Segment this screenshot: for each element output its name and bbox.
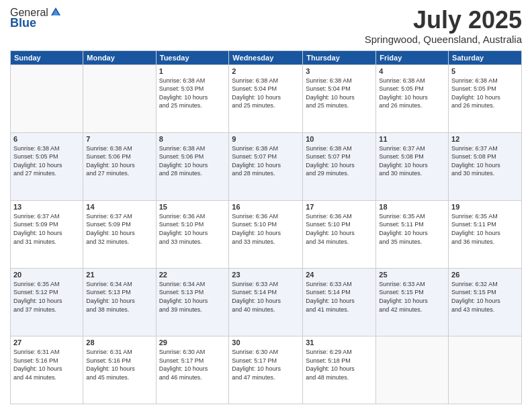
day-number: 23 [232,271,300,279]
day-number: 6 [13,135,80,143]
day-info: Sunrise: 6:32 AM Sunset: 5:15 PM Dayligh… [451,280,519,314]
day-number: 8 [159,135,226,143]
table-row: 17Sunrise: 6:36 AM Sunset: 5:10 PM Dayli… [303,200,376,268]
day-number: 18 [379,203,445,211]
day-number: 5 [451,67,519,75]
table-row: 18Sunrise: 6:35 AM Sunset: 5:11 PM Dayli… [376,200,449,268]
day-number: 24 [306,271,373,279]
table-row: 4Sunrise: 6:38 AM Sunset: 5:05 PM Daylig… [376,64,449,132]
table-row: 3Sunrise: 6:38 AM Sunset: 5:04 PM Daylig… [303,64,376,132]
day-number: 1 [159,67,226,75]
day-info: Sunrise: 6:29 AM Sunset: 5:18 PM Dayligh… [306,348,373,381]
day-info: Sunrise: 6:35 AM Sunset: 5:11 PM Dayligh… [451,212,519,246]
day-info: Sunrise: 6:35 AM Sunset: 5:11 PM Dayligh… [379,212,445,246]
table-row: 15Sunrise: 6:36 AM Sunset: 5:10 PM Dayli… [156,200,229,268]
day-info: Sunrise: 6:34 AM Sunset: 5:13 PM Dayligh… [86,280,152,314]
table-row [83,64,156,132]
day-info: Sunrise: 6:34 AM Sunset: 5:13 PM Dayligh… [159,280,226,314]
table-row: 12Sunrise: 6:37 AM Sunset: 5:08 PM Dayli… [449,132,522,200]
month-title: July 2025 [365,7,522,34]
table-row: 2Sunrise: 6:38 AM Sunset: 5:04 PM Daylig… [229,64,303,132]
calendar-week-row: 6Sunrise: 6:38 AM Sunset: 5:05 PM Daylig… [11,132,522,200]
day-info: Sunrise: 6:31 AM Sunset: 5:16 PM Dayligh… [86,348,152,381]
day-number: 30 [232,338,300,347]
day-number: 22 [159,271,226,279]
table-row: 23Sunrise: 6:33 AM Sunset: 5:14 PM Dayli… [229,268,303,336]
table-row [376,336,449,404]
day-info: Sunrise: 6:38 AM Sunset: 5:05 PM Dayligh… [13,144,80,178]
day-info: Sunrise: 6:37 AM Sunset: 5:09 PM Dayligh… [13,212,80,246]
col-saturday: Saturday [449,50,522,64]
calendar-week-row: 1Sunrise: 6:38 AM Sunset: 5:03 PM Daylig… [11,64,522,132]
col-wednesday: Wednesday [229,50,303,64]
page: General Blue July 2025 Springwood, Queen… [0,0,532,411]
title-block: July 2025 Springwood, Queensland, Austra… [365,7,522,45]
day-info: Sunrise: 6:38 AM Sunset: 5:03 PM Dayligh… [159,77,226,110]
day-number: 31 [306,338,373,347]
day-number: 2 [232,67,300,75]
day-number: 4 [379,67,445,75]
day-number: 20 [13,271,80,279]
table-row: 30Sunrise: 6:30 AM Sunset: 5:17 PM Dayli… [229,336,303,404]
day-number: 19 [451,203,519,211]
day-number: 14 [86,203,152,211]
day-info: Sunrise: 6:31 AM Sunset: 5:16 PM Dayligh… [13,348,80,381]
table-row: 7Sunrise: 6:38 AM Sunset: 5:06 PM Daylig… [83,132,156,200]
day-info: Sunrise: 6:35 AM Sunset: 5:12 PM Dayligh… [13,280,80,314]
day-info: Sunrise: 6:38 AM Sunset: 5:05 PM Dayligh… [379,77,445,110]
day-number: 27 [13,338,80,347]
day-number: 12 [451,135,519,143]
day-info: Sunrise: 6:38 AM Sunset: 5:06 PM Dayligh… [86,144,152,178]
logo: General Blue [10,7,62,30]
day-number: 16 [232,203,300,211]
table-row [11,64,83,132]
calendar-header-row: Sunday Monday Tuesday Wednesday Thursday… [11,50,522,64]
table-row: 20Sunrise: 6:35 AM Sunset: 5:12 PM Dayli… [11,268,83,336]
day-number: 21 [86,271,152,279]
table-row: 25Sunrise: 6:33 AM Sunset: 5:15 PM Dayli… [376,268,449,336]
location-title: Springwood, Queensland, Australia [365,34,522,45]
table-row: 19Sunrise: 6:35 AM Sunset: 5:11 PM Dayli… [449,200,522,268]
logo-icon [50,6,62,18]
day-number: 9 [232,135,300,143]
day-info: Sunrise: 6:36 AM Sunset: 5:10 PM Dayligh… [232,212,300,246]
logo-blue-text: Blue [10,16,36,30]
col-tuesday: Tuesday [156,50,229,64]
header: General Blue July 2025 Springwood, Queen… [10,7,522,45]
table-row: 29Sunrise: 6:30 AM Sunset: 5:17 PM Dayli… [156,336,229,404]
day-info: Sunrise: 6:33 AM Sunset: 5:14 PM Dayligh… [232,280,300,314]
table-row: 6Sunrise: 6:38 AM Sunset: 5:05 PM Daylig… [11,132,83,200]
day-number: 15 [159,203,226,211]
day-number: 26 [451,271,519,279]
table-row: 13Sunrise: 6:37 AM Sunset: 5:09 PM Dayli… [11,200,83,268]
day-number: 11 [379,135,445,143]
day-info: Sunrise: 6:36 AM Sunset: 5:10 PM Dayligh… [306,212,373,246]
table-row: 9Sunrise: 6:38 AM Sunset: 5:07 PM Daylig… [229,132,303,200]
day-number: 7 [86,135,152,143]
calendar-week-row: 27Sunrise: 6:31 AM Sunset: 5:16 PM Dayli… [11,336,522,404]
day-info: Sunrise: 6:38 AM Sunset: 5:07 PM Dayligh… [232,144,300,178]
col-sunday: Sunday [11,50,83,64]
day-info: Sunrise: 6:38 AM Sunset: 5:07 PM Dayligh… [306,144,373,178]
day-info: Sunrise: 6:33 AM Sunset: 5:14 PM Dayligh… [306,280,373,314]
table-row: 27Sunrise: 6:31 AM Sunset: 5:16 PM Dayli… [11,336,83,404]
day-info: Sunrise: 6:33 AM Sunset: 5:15 PM Dayligh… [379,280,445,314]
calendar-table: Sunday Monday Tuesday Wednesday Thursday… [10,50,522,404]
table-row: 1Sunrise: 6:38 AM Sunset: 5:03 PM Daylig… [156,64,229,132]
day-info: Sunrise: 6:37 AM Sunset: 5:08 PM Dayligh… [379,144,445,178]
day-info: Sunrise: 6:37 AM Sunset: 5:08 PM Dayligh… [451,144,519,178]
col-thursday: Thursday [303,50,376,64]
table-row: 28Sunrise: 6:31 AM Sunset: 5:16 PM Dayli… [83,336,156,404]
day-info: Sunrise: 6:30 AM Sunset: 5:17 PM Dayligh… [232,348,300,381]
table-row: 14Sunrise: 6:37 AM Sunset: 5:09 PM Dayli… [83,200,156,268]
calendar-week-row: 13Sunrise: 6:37 AM Sunset: 5:09 PM Dayli… [11,200,522,268]
day-number: 17 [306,203,373,211]
day-info: Sunrise: 6:38 AM Sunset: 5:04 PM Dayligh… [306,77,373,110]
day-info: Sunrise: 6:38 AM Sunset: 5:06 PM Dayligh… [159,144,226,178]
day-number: 10 [306,135,373,143]
day-number: 3 [306,67,373,75]
day-info: Sunrise: 6:36 AM Sunset: 5:10 PM Dayligh… [159,212,226,246]
day-number: 28 [86,338,152,347]
day-info: Sunrise: 6:38 AM Sunset: 5:04 PM Dayligh… [232,77,300,110]
table-row: 8Sunrise: 6:38 AM Sunset: 5:06 PM Daylig… [156,132,229,200]
